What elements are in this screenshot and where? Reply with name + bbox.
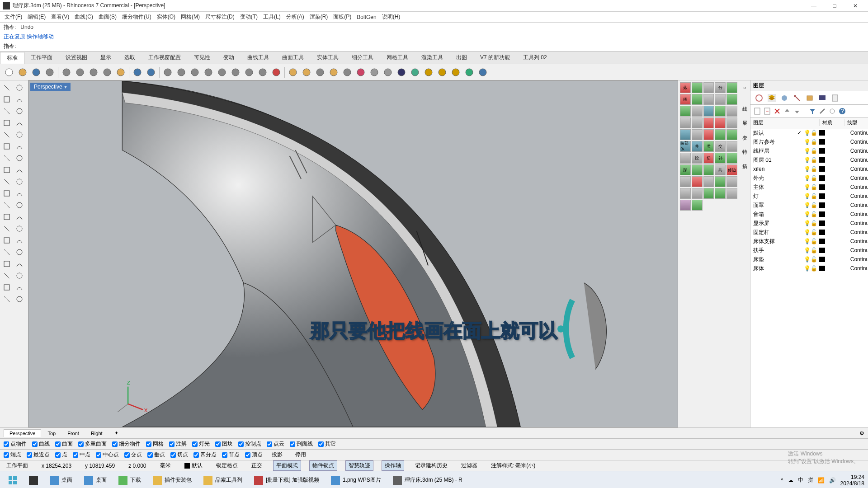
plugin-button[interactable]: 分 (715, 82, 726, 93)
plugin-button[interactable] (726, 94, 737, 105)
toolbar-tab[interactable]: 标准 (0, 52, 24, 64)
side-tab[interactable]: ○ (739, 82, 750, 93)
tool-button[interactable] (1, 270, 13, 281)
taskbar-item[interactable]: 1.png WPS图片 (326, 473, 386, 488)
toolbar-tab[interactable]: 渲染工具 (415, 52, 450, 63)
layer-row[interactable]: 床垫💡🔓Continuous◆默认值 (750, 255, 868, 264)
new-layer-icon[interactable] (753, 107, 761, 115)
layer-row[interactable]: 床体支撑💡🔓Continuous◆默认值 (750, 237, 868, 246)
zoom-win-icon[interactable] (243, 66, 255, 79)
layer-row[interactable]: 图层 01💡🔓Continuous◆默认值 (750, 155, 868, 164)
help-icon[interactable] (476, 66, 489, 79)
command-input[interactable] (18, 43, 864, 50)
plugin-button[interactable] (692, 94, 703, 105)
status-toggle[interactable]: 平面模式 (273, 460, 301, 471)
settings-icon[interactable] (828, 107, 836, 115)
move-down-icon[interactable] (793, 107, 801, 115)
undo-icon[interactable] (131, 66, 144, 79)
plugin-button[interactable] (680, 153, 691, 164)
status-toggle[interactable]: 锁定格点 (213, 461, 241, 470)
plugin-button[interactable]: 交 (715, 141, 726, 152)
car-icon[interactable] (270, 66, 283, 79)
layer-row[interactable]: 图片参考💡🔒Continuous◆默认值 (750, 137, 868, 146)
osnap-checkbox[interactable]: 点 (55, 451, 67, 459)
hide-icon[interactable] (341, 66, 354, 79)
pick-icon[interactable] (175, 66, 188, 79)
layer-row[interactable]: 面罩💡🔓Continuous◆默认值 (750, 201, 868, 210)
filter-icon[interactable] (808, 107, 816, 115)
filter-checkbox[interactable]: 图块 (215, 440, 233, 448)
tool-button[interactable] (14, 94, 25, 105)
taskbar-item[interactable]: 品索工具列 (199, 473, 247, 488)
osnap-checkbox[interactable]: 中心点 (96, 451, 119, 459)
tool-button[interactable] (14, 117, 25, 128)
osnap-checkbox[interactable]: 端点 (4, 451, 21, 459)
filter-checkbox[interactable]: 注解 (169, 440, 187, 448)
toolbar-tab[interactable]: 工作视窗配置 (142, 52, 188, 63)
toolbar-tab[interactable]: 显示 (94, 52, 118, 63)
minimize-button[interactable]: — (804, 0, 824, 11)
osnap-checkbox[interactable]: 最近点 (27, 451, 50, 459)
light-icon[interactable] (327, 66, 340, 79)
taskbar-item[interactable]: 插件安装包 (148, 473, 196, 488)
col-material[interactable]: 材质 (820, 119, 844, 126)
print-icon[interactable] (43, 66, 56, 79)
menu-item[interactable]: 文件(F) (2, 12, 25, 22)
plugin-button[interactable] (680, 117, 691, 128)
tool-button[interactable] (1, 117, 13, 128)
status-unit[interactable]: 毫米 (157, 461, 174, 470)
tool-button[interactable] (14, 211, 25, 222)
sphere3-icon[interactable] (382, 66, 394, 79)
taskbar-item[interactable]: 桌面 (80, 473, 111, 488)
plugin-button[interactable] (726, 188, 737, 199)
viewport-settings-icon[interactable]: ⚙ (859, 430, 864, 436)
tool-button[interactable] (1, 94, 13, 105)
col-layer[interactable]: 图层 (750, 119, 820, 126)
tools-icon[interactable] (818, 107, 826, 115)
zoom-in-icon[interactable] (189, 66, 201, 79)
osnap-checkbox[interactable]: 切点 (170, 451, 188, 459)
status-toggle[interactable]: 注解样式: 毫米(小) (488, 461, 538, 470)
toolbar-tab[interactable]: V7 的新功能 (474, 52, 517, 63)
materials-icon[interactable] (793, 94, 801, 102)
tool-button[interactable] (14, 270, 25, 281)
clock-date[interactable]: 2024/8/18 (840, 480, 864, 487)
plugin-button[interactable] (692, 188, 703, 199)
plugin-button[interactable] (715, 129, 726, 140)
tool-button[interactable] (14, 164, 25, 175)
filter-checkbox[interactable]: 细分物件 (112, 440, 141, 448)
tool-button[interactable] (1, 141, 13, 152)
tool-button[interactable] (14, 188, 25, 199)
tool-button[interactable] (1, 223, 13, 234)
plugin-button[interactable] (692, 129, 703, 140)
zoom-sel-icon[interactable] (216, 66, 228, 79)
viewport-tab[interactable]: Top (42, 430, 61, 437)
plugin-button[interactable] (726, 153, 737, 164)
toolbar-tab[interactable]: 出图 (450, 52, 474, 63)
layer-row[interactable]: 扶手💡🔓Continuous◆默认值 (750, 246, 868, 255)
toolbar-tab[interactable]: 选取 (118, 52, 142, 63)
plugin-button[interactable] (680, 176, 691, 187)
tool-button[interactable] (1, 153, 13, 164)
clip-icon[interactable] (60, 66, 73, 79)
tool-button[interactable] (14, 141, 25, 152)
display-icon[interactable] (818, 94, 826, 102)
side-tab[interactable]: 展 (739, 111, 750, 122)
new-sublayer-icon[interactable] (763, 107, 771, 115)
filter-checkbox[interactable]: 灯光 (192, 440, 210, 448)
menu-item[interactable]: 曲线(C) (72, 12, 96, 22)
tool-button[interactable] (14, 176, 25, 187)
tray-up-icon[interactable]: ^ (781, 477, 783, 483)
plugin-button[interactable]: 共 (715, 164, 726, 175)
filter-checkbox[interactable]: 曲线 (32, 440, 50, 448)
status-toggle[interactable]: 智慧轨迹 (345, 460, 373, 471)
plugin-button[interactable]: 切 (703, 153, 714, 164)
tray-onedrive-icon[interactable]: ☁ (788, 477, 793, 483)
globe-icon[interactable] (463, 66, 476, 79)
menu-item[interactable]: 变动(T) (237, 12, 260, 22)
tool-button[interactable] (1, 235, 13, 246)
plugin-button[interactable] (692, 106, 703, 117)
toolbar-tab[interactable]: 变动 (217, 52, 241, 63)
taskbar-item[interactable]: [批量下载] 加强版视频 (250, 473, 324, 488)
task-rhino-icon[interactable] (24, 473, 42, 488)
